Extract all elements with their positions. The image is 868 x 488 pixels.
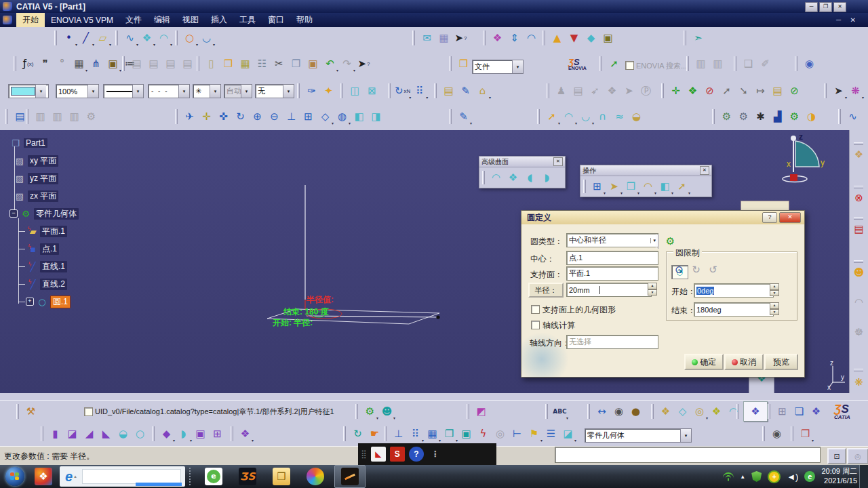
spec-doc-icon[interactable]: ▣ — [600, 29, 616, 47]
circle-icon[interactable]: ○▾ — [182, 29, 197, 47]
fit-all-icon[interactable]: ✛ — [199, 108, 214, 125]
frame-grid-icon[interactable]: ⊞ — [774, 403, 790, 420]
print-icon[interactable]: ☷ — [254, 55, 270, 73]
comment-icon[interactable]: ❞ — [37, 55, 53, 73]
snap-off-icon[interactable]: ⊘ — [787, 82, 802, 100]
close-error-icon[interactable]: ⊗ — [850, 190, 867, 206]
eraser-icon[interactable]: ◪▾ — [560, 425, 576, 443]
zoom-out-icon[interactable]: ⊖ — [267, 108, 282, 125]
work-grid-icon[interactable]: ▦▾ — [425, 425, 440, 443]
list-view-icon[interactable]: ☰ — [543, 425, 559, 443]
apply-material-icon[interactable]: ❖▾ — [237, 425, 253, 443]
design-table-icon[interactable]: ▦▾ — [71, 55, 87, 73]
box-teal-2-icon[interactable]: ▣ — [458, 425, 474, 443]
save-file-icon[interactable]: ▦ — [237, 55, 253, 73]
refresh-icon[interactable]: ↻ — [350, 425, 366, 443]
context-help-icon[interactable]: ➤? — [356, 55, 372, 73]
relations-icon[interactable]: ⋔ — [88, 55, 104, 73]
tree-item-line-2[interactable]: ϟ╱直线.2 — [0, 275, 102, 293]
tray-clock[interactable]: 20:09 周二 2021/6/15 — [821, 467, 857, 486]
render-style-icon[interactable]: ◍▾ — [334, 108, 350, 125]
close-icon[interactable]: ✕ — [779, 212, 801, 223]
radius-input[interactable]: 20mm — [566, 283, 652, 297]
menu-insert[interactable]: 插入 — [205, 13, 233, 27]
circle-type-select[interactable]: 中心和半径▾ — [566, 233, 658, 247]
insert-mode-icon[interactable]: ➚▾ — [544, 108, 559, 125]
exchange-group-icon[interactable]: ▦ — [436, 29, 452, 47]
radius-spinner[interactable]: ▲▼ — [648, 283, 657, 296]
undo-icon[interactable]: ↶▾ — [322, 55, 338, 73]
limit-whole-circle-icon[interactable]: ⊙ — [671, 261, 687, 279]
dialog-title-bar[interactable]: 圆定义 ? ✕ — [521, 211, 804, 224]
knowledge-gear-icon[interactable]: ⚙▾ — [362, 403, 378, 420]
constraint-dot-icon[interactable]: ° — [54, 55, 70, 73]
point-style-select[interactable]: ✳▾ — [193, 84, 221, 98]
select-cursor-icon[interactable]: ➤▾ — [831, 82, 846, 100]
pan-icon[interactable]: ✜ — [216, 108, 231, 125]
local-fireworks-icon[interactable]: ❋ — [754, 391, 770, 394]
line-icon[interactable]: ╱▾ — [78, 29, 94, 47]
tree-struct-icon[interactable]: ⊢ — [509, 425, 525, 443]
flag-hand-icon[interactable]: ☛ — [367, 425, 382, 443]
tree-item-circle-1[interactable]: +○圆.1 — [0, 293, 102, 310]
close-surface-icon[interactable]: ⊞ — [210, 425, 225, 443]
taskbar-item-catia-active[interactable] — [334, 465, 366, 488]
line-weight-select[interactable]: ▾ — [103, 84, 144, 98]
catalog-doc-checkbox[interactable] — [84, 407, 93, 416]
extrapolate-icon[interactable]: ◠ — [488, 169, 504, 186]
view-compass[interactable]: z y x — [773, 133, 827, 190]
ref-grid-icon[interactable]: ⠿▾ — [408, 425, 423, 443]
center-input[interactable]: 点.1 — [566, 251, 658, 265]
box-teal-1-icon[interactable]: ❐▾ — [441, 425, 457, 443]
chevron-down-icon[interactable]: ▾ — [512, 60, 523, 73]
multi-sections-surface-icon[interactable]: ❖▾ — [139, 29, 155, 47]
data-jug-icon[interactable]: ◉ — [802, 55, 817, 73]
depth-effect-icon[interactable]: ❖ — [743, 401, 768, 422]
wizard-icon[interactable]: ✦ — [321, 82, 336, 100]
compass-snap-icon[interactable]: ❖ — [808, 403, 824, 420]
arc-tool-icon[interactable]: ◠ — [524, 29, 539, 47]
zoom-select[interactable]: 100%▾ — [56, 84, 99, 98]
snap-icon[interactable]: ↦ — [753, 82, 768, 100]
tool-swap-icon[interactable]: ◑ — [804, 108, 819, 125]
album-icon[interactable]: ▤ — [441, 82, 456, 100]
gem-icon[interactable]: ❖ — [490, 29, 505, 47]
radius-label-button[interactable]: 半径： — [528, 283, 564, 298]
extract-icon[interactable]: ◠▾ — [640, 178, 656, 195]
iso-view-icon[interactable]: ◇▾ — [317, 108, 333, 125]
tree-item-plane-xy[interactable]: ▨xy 平面 — [0, 152, 102, 169]
chevron-down-icon[interactable]: ▾ — [283, 85, 294, 98]
tool-blocks-icon[interactable]: ▟ — [770, 108, 785, 125]
doc-minimize-button[interactable]: ─ — [836, 16, 841, 24]
security-shield-icon[interactable] — [751, 471, 762, 482]
open-folder-icon[interactable]: ❒ — [456, 55, 471, 73]
chevron-down-icon[interactable]: ▾ — [178, 85, 189, 98]
plane-icon[interactable]: ▱▾ — [95, 29, 111, 47]
s-app-tile[interactable]: S — [390, 447, 405, 462]
menu-start[interactable]: 开始 — [16, 13, 45, 27]
tray-expand-icon[interactable]: ▲ — [740, 474, 745, 480]
people-icon[interactable]: ☻ — [850, 264, 867, 281]
copy-icon[interactable]: ❐ — [288, 55, 304, 73]
exchange-book-icon[interactable]: ❐▾ — [797, 425, 813, 443]
chevron-down-icon[interactable]: ▾ — [210, 85, 220, 98]
sew-icon[interactable]: ◗ — [539, 169, 555, 186]
healing-icon[interactable]: ➤▾ — [606, 178, 622, 195]
translate-icon[interactable]: ✛ — [668, 82, 684, 100]
arrow-down-icon[interactable]: ➘ — [736, 82, 751, 100]
close-icon[interactable]: ✕ — [700, 166, 709, 175]
browser-tray-icon[interactable]: e — [804, 471, 815, 482]
close-icon[interactable]: ✕ — [553, 157, 563, 166]
tree-item-point-1[interactable]: ϟ▪点.1 — [0, 240, 102, 258]
unfold-icon[interactable]: ◖ — [522, 169, 538, 186]
dock-button[interactable]: ⊡ — [827, 448, 846, 464]
sketch-pen-icon[interactable]: ✎ — [458, 82, 473, 100]
tree-item-plane-1[interactable]: ϟ▰平面.1 — [0, 222, 102, 240]
arrow-up-icon[interactable]: ➚ — [719, 82, 734, 100]
zoom-in-icon[interactable]: ⊕ — [250, 108, 265, 125]
split-icon[interactable]: ◗▾ — [176, 425, 191, 443]
filter-icon[interactable]: ▼ — [566, 29, 582, 47]
list-icon[interactable]: ▤ — [770, 82, 785, 100]
surface-wave-icon[interactable]: ≈ — [612, 108, 627, 125]
transform-icon[interactable]: ➚▾ — [674, 178, 690, 195]
